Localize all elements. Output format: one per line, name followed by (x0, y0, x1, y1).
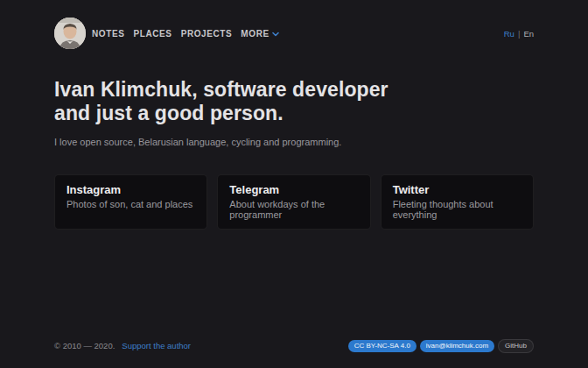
avatar[interactable] (54, 18, 86, 49)
card-twitter[interactable]: Twitter Fleeting thoughts about everythi… (381, 174, 534, 230)
social-cards: Instagram Photos of son, cat and places … (54, 174, 534, 230)
nav-item-places[interactable]: Places (133, 29, 172, 39)
nav-item-more[interactable]: More (241, 28, 278, 39)
card-telegram[interactable]: Telegram About workdays of the programme… (217, 174, 370, 230)
support-author-link[interactable]: Support the author (122, 341, 191, 350)
license-badge[interactable]: CC BY-NC-SA 4.0 (348, 340, 416, 353)
lang-ru-link[interactable]: Ru (504, 29, 514, 39)
card-title: Instagram (66, 183, 195, 196)
page: Notes Places Projects More Ru | En Ivan … (0, 0, 588, 368)
card-title: Twitter (393, 183, 522, 196)
footer-badges: CC BY-NC-SA 4.0 ivan@klimchuk.com GitHub (348, 339, 534, 354)
github-badge[interactable]: GitHub (498, 339, 534, 354)
hero-subtitle: I love open source, Belarusian language,… (54, 137, 534, 147)
main-nav: Notes Places Projects More (92, 28, 279, 39)
card-description: About workdays of the programmer (229, 199, 358, 220)
page-title-line1: Ivan Klimchuk, software developer (54, 78, 534, 102)
email-badge[interactable]: ivan@klimchuk.com (420, 340, 494, 353)
nav-item-notes[interactable]: Notes (92, 29, 124, 39)
lang-divider: | (518, 29, 520, 39)
header: Notes Places Projects More Ru | En (54, 0, 534, 49)
hero-section: Ivan Klimchuk, software developer and ju… (54, 78, 534, 147)
footer-copyright-area: © 2010 — 2020. Support the author (54, 341, 191, 350)
page-title-line2: and just a good person. (54, 102, 534, 125)
copyright-text: © 2010 — 2020. (54, 341, 115, 350)
nav-item-projects[interactable]: Projects (181, 29, 233, 39)
card-instagram[interactable]: Instagram Photos of son, cat and places (54, 174, 207, 230)
card-title: Telegram (229, 183, 358, 196)
card-description: Photos of son, cat and places (66, 199, 195, 209)
lang-en-link[interactable]: En (523, 29, 534, 39)
page-title: Ivan Klimchuk, software developer and ju… (54, 78, 534, 125)
chevron-down-icon (272, 29, 279, 39)
nav-item-more-label: More (241, 29, 269, 39)
card-description: Fleeting thoughts about everything (393, 199, 522, 220)
avatar-photo (54, 18, 86, 49)
footer: © 2010 — 2020. Support the author CC BY-… (54, 339, 534, 368)
language-switcher: Ru | En (504, 29, 534, 39)
